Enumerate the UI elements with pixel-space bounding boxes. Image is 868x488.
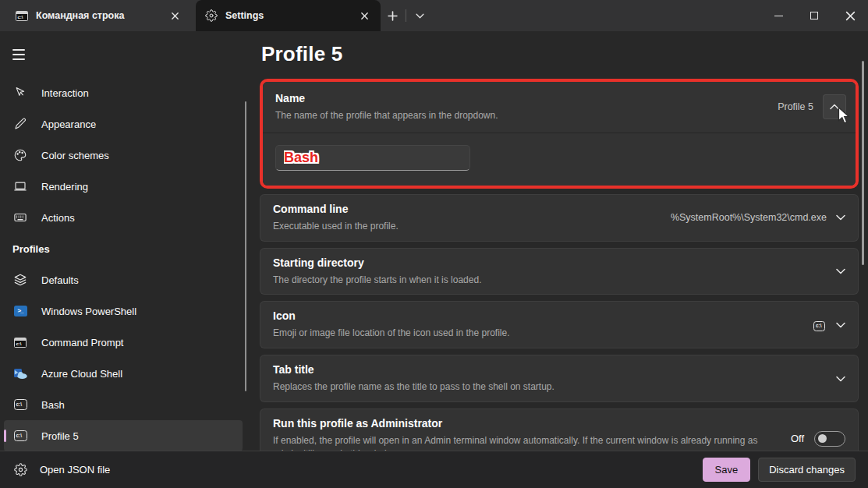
content-scrollbar[interactable] [862,61,864,265]
discard-changes-button[interactable]: Discard changes [758,458,856,482]
terminal-outline-icon: c:\ [12,399,28,410]
sidebar-item-interaction[interactable]: Interaction [4,77,243,108]
tabbar-separator [406,9,406,22]
tab-dropdown-button[interactable] [408,0,431,31]
toggle-knob [818,434,827,443]
open-json-file-button[interactable]: Open JSON file [12,463,110,476]
chevron-down-icon[interactable] [836,376,845,382]
close-tab-icon[interactable] [356,7,373,24]
gear-icon [14,463,27,476]
annotation-highlight-box: Name The name of the profile that appear… [260,79,859,189]
icon-setting-card[interactable]: Icon Emoji or image file location of the… [260,301,859,348]
setting-title: Icon [273,309,813,322]
setting-description: Executable used in the profile. [273,220,671,233]
setting-preview-value: Profile 5 [778,101,813,112]
chevron-down-icon [416,13,424,19]
palette-icon [12,148,28,162]
new-tab-button[interactable] [381,0,404,31]
footer-bar: Open JSON file Save Discard changes [0,451,868,488]
profile-name-input[interactable] [275,145,470,171]
tab-settings[interactable]: Settings [196,0,381,31]
cmd-icon: c:\ [16,11,28,21]
sidebar-item-label: Rendering [41,181,88,193]
layers-icon [12,273,28,287]
sidebar-item-label: Appearance [41,118,96,130]
titlebar: c:\ Командная строка Settings [0,0,868,31]
name-setting-header[interactable]: Name The name of the profile that appear… [263,82,856,133]
setting-title: Command line [273,203,671,215]
collapse-button[interactable] [823,94,846,119]
close-icon [171,12,179,20]
starting-directory-setting-card[interactable]: Starting directory The directory the pro… [260,248,859,295]
pointer-icon [12,86,28,100]
toggle-state-label: Off [791,433,804,444]
powershell-icon: >_ [12,306,28,316]
setting-description: The directory the profile starts in when… [273,274,836,287]
terminal-outline-icon: c:\ [813,319,825,331]
sidebar-item-label: Bash [41,399,65,411]
setting-title: Starting directory [273,256,836,269]
settings-sidebar: Interaction Appearance Color schemes Ren… [0,31,253,488]
sidebar-item-bash[interactable]: c:\ Bash [4,389,243,420]
name-setting-card: Name The name of the profile that appear… [263,82,856,186]
sidebar-item-label: Color schemes [41,150,109,161]
profiles-section-header: Profiles [0,233,253,264]
maximize-icon [810,12,818,19]
page-title: Profile 5 [261,42,859,66]
setting-title: Tab title [273,363,836,376]
sidebar-item-profile-5[interactable]: c:\ Profile 5 [4,420,243,451]
save-button[interactable]: Save [703,458,751,482]
sidebar-item-rendering[interactable]: Rendering [4,171,243,202]
open-json-label: Open JSON file [40,464,110,476]
keyboard-icon [12,210,28,225]
sidebar-item-label: Interaction [41,87,89,99]
tab-settings-label: Settings [225,10,348,21]
sidebar-item-label: Azure Cloud Shell [41,368,122,380]
setting-description: Replaces the profile name as the title t… [273,380,836,394]
terminal-outline-icon: c:\ [12,430,28,441]
window-controls [760,0,868,31]
close-window-button[interactable] [832,0,868,31]
pen-icon [12,117,28,131]
monitor-icon [12,179,28,193]
maximize-button[interactable] [796,0,832,31]
hamburger-menu-button[interactable] [5,41,36,68]
sidebar-scrollbar[interactable] [245,101,247,391]
sidebar-item-label: Defaults [41,274,79,286]
sidebar-item-color-schemes[interactable]: Color schemes [4,140,243,171]
chevron-down-icon[interactable] [836,214,845,221]
setting-title: Run this profile as Administrator [273,417,791,430]
setting-title: Name [275,92,778,104]
sidebar-item-label: Profile 5 [41,430,79,442]
setting-description: Emoji or image file location of the icon… [273,327,813,340]
chevron-down-icon[interactable] [836,322,845,328]
chevron-down-icon[interactable] [836,268,845,274]
chevron-up-icon [830,104,839,110]
close-icon [360,12,369,20]
sidebar-item-azure-cloud-shell[interactable]: Azure Cloud Shell [4,358,243,389]
tab-title-setting-card[interactable]: Tab title Replaces the profile name as t… [260,355,859,402]
admin-toggle-switch[interactable] [814,431,845,447]
minimize-button[interactable] [760,0,796,31]
azure-cloud-icon [12,368,28,380]
sidebar-item-label: Windows PowerShell [41,306,136,317]
tab-terminal-label: Командная строка [36,10,158,21]
sidebar-item-actions[interactable]: Actions [4,202,243,233]
sidebar-item-defaults[interactable]: Defaults [4,264,243,295]
close-icon [845,11,856,21]
sidebar-item-windows-powershell[interactable]: >_ Windows PowerShell [4,295,243,327]
sidebar-item-command-prompt[interactable]: c:\ Command Prompt [4,327,243,358]
setting-preview-value: %SystemRoot%\System32\cmd.exe [671,212,827,223]
cmd-icon: c:\ [12,338,28,348]
command-line-setting-card[interactable]: Command line Executable used in the prof… [260,194,859,242]
close-tab-icon[interactable] [166,7,183,24]
sidebar-item-appearance[interactable]: Appearance [4,108,243,140]
sidebar-item-label: Command Prompt [41,337,123,348]
plus-icon [388,11,398,21]
tab-strip: c:\ Командная строка Settings [0,0,760,31]
settings-content: Profile 5 Name The name of the profile t… [253,31,868,488]
setting-description: The name of the profile that appears in … [275,109,778,122]
tab-terminal[interactable]: c:\ Командная строка [6,0,191,31]
minimize-icon [774,16,783,16]
sidebar-item-label: Actions [41,212,75,224]
